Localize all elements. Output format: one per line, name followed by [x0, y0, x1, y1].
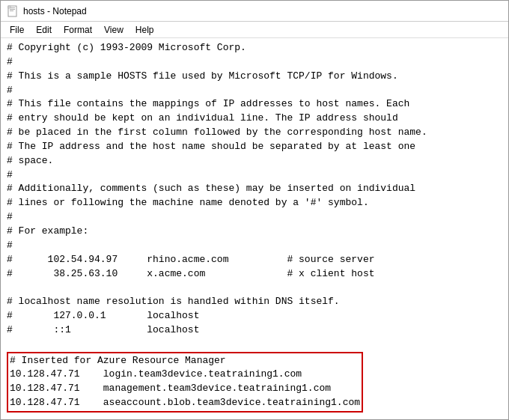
svg-rect-3 [10, 10, 13, 11]
menu-file[interactable]: File [4, 23, 30, 37]
menu-bar: File Edit Format View Help [1, 22, 508, 38]
menu-edit[interactable]: Edit [30, 23, 58, 37]
svg-rect-2 [10, 9, 15, 10]
menu-format[interactable]: Format [58, 23, 98, 37]
svg-rect-4 [8, 6, 10, 8]
menu-view[interactable]: View [98, 23, 129, 37]
window-title: hosts - Notepad [23, 6, 87, 16]
editor-content: # Copyright (c) 1993-2009 Microsoft Corp… [7, 41, 502, 413]
menu-help[interactable]: Help [129, 23, 160, 37]
notepad-window: hosts - Notepad File Edit Format View He… [0, 0, 509, 420]
title-bar: hosts - Notepad [1, 1, 508, 22]
editor-area[interactable]: # Copyright (c) 1993-2009 Microsoft Corp… [1, 38, 508, 419]
notepad-icon [7, 5, 19, 17]
